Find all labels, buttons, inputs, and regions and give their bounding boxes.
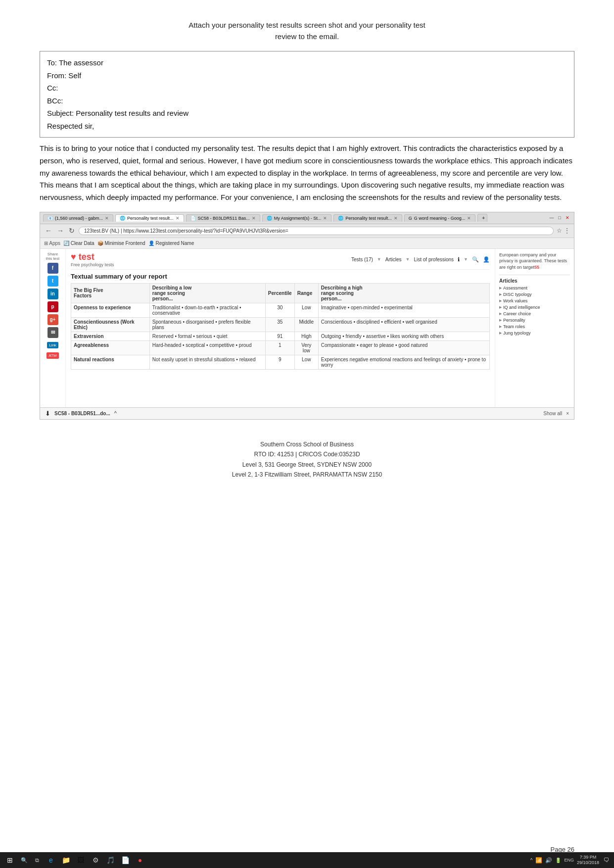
address-icons: ☆ ⋮	[557, 227, 570, 234]
table-row: Extraversion Reserved • formal • serious…	[71, 332, 490, 340]
clock-time: 7:39 PM	[580, 855, 597, 860]
article-assessment[interactable]: Assessment	[499, 286, 570, 290]
cell-high-desc: Conscientious • disciplined • efficient …	[318, 317, 489, 332]
tab-myassignment[interactable]: 🌐 My Assignment(s) - St... ✕	[262, 214, 332, 222]
intro-line2: review to the email.	[275, 32, 339, 41]
settings-icon[interactable]: ⋮	[564, 227, 570, 234]
table-row: Openness to experience Traditionalist • …	[71, 303, 490, 317]
taskbar-settings-icon[interactable]: ⚙	[89, 854, 102, 867]
tab-sc58[interactable]: 📄 SC58 - B03LDR511 Bas... ✕	[186, 214, 260, 222]
network-icon[interactable]: 📶	[535, 857, 542, 864]
table-row: Agreeableness Hard-headed • sceptical • …	[71, 340, 490, 355]
taskbar-clock[interactable]: 7:39 PM 29/10/2018	[577, 855, 599, 866]
cleardata-bookmark[interactable]: 🔄 Clear Data	[63, 241, 94, 246]
taskbar-explorer-icon[interactable]: 📁	[59, 854, 72, 867]
forward-button[interactable]: →	[56, 227, 65, 235]
tab-newtab[interactable]: +	[477, 214, 487, 222]
download-close-button[interactable]: ×	[566, 411, 569, 416]
tab-google-text: G word meaning - Goog...	[414, 216, 466, 221]
article-iq[interactable]: IQ and intelligence	[499, 305, 570, 310]
article-career[interactable]: Career choice	[499, 311, 570, 316]
taskbar-edge-icon[interactable]: e	[45, 854, 57, 867]
cell-low-desc: Traditionalist • down-to-earth • practic…	[149, 303, 265, 317]
search-icon[interactable]: 🔍	[472, 256, 479, 263]
cell-range: Low	[294, 355, 318, 369]
taskbar-chevron-icon[interactable]: ^	[530, 858, 533, 863]
minimize-button[interactable]: —	[548, 214, 555, 221]
taskbar-search-button[interactable]: 🔍	[19, 855, 30, 866]
cell-high-desc: Experiences negative emotional reactions…	[318, 355, 489, 369]
info-icon[interactable]: ℹ	[458, 256, 460, 263]
linkedin-share-button[interactable]: in	[47, 289, 58, 299]
taskbar-right: ^ 📶 🔊 🔋 ENG 7:39 PM 29/10/2018 🗨	[530, 855, 611, 866]
article-disc[interactable]: DISC typology	[499, 292, 570, 297]
cell-range: Low	[294, 303, 318, 317]
back-button[interactable]: ←	[44, 227, 53, 235]
task-view-button[interactable]: ⧉	[32, 855, 43, 866]
taskbar-doc-icon[interactable]: 📄	[119, 854, 132, 867]
taskbar-media-icon[interactable]: 🎵	[104, 854, 117, 867]
googleplus-share-button[interactable]: g+	[47, 314, 58, 325]
refresh-button[interactable]: ↻	[68, 227, 76, 235]
article-jung[interactable]: Jung typology	[499, 331, 570, 336]
show-all-button[interactable]: Show all	[543, 411, 562, 416]
nav-tests[interactable]: Tests (17)	[351, 257, 373, 262]
article-work-values[interactable]: Work values	[499, 298, 570, 303]
apps-bookmark[interactable]: ⊞ Apps	[44, 241, 60, 246]
tab-personality2-text: Personality test result...	[345, 216, 392, 221]
download-chevron[interactable]: ^	[114, 410, 117, 416]
intro-line1: Attach your personality test results scr…	[189, 21, 425, 29]
footer-line2: RTO ID: 41253 | CRICOS Code:03523D	[40, 449, 574, 459]
share-label: Sharethis test	[46, 252, 60, 261]
cell-percentile: 35	[265, 317, 294, 332]
article-personality[interactable]: Personality	[499, 318, 570, 323]
bookmark-icon[interactable]: ☆	[557, 227, 562, 234]
cell-high-desc: Compassionate • eager to please • good n…	[318, 340, 489, 355]
battery-icon[interactable]: 🔋	[555, 858, 561, 863]
start-button[interactable]: ⊞	[3, 854, 17, 866]
download-filename: SC58 - B03LDR51...do...	[54, 411, 110, 416]
cell-percentile: 1	[265, 340, 294, 355]
tab-personality2[interactable]: 🌐 Personality test result... ✕	[333, 214, 402, 222]
browser-download-bar: ⬇ SC58 - B03LDR51...do... ^ Show all ×	[40, 407, 574, 419]
cell-factor: Agreeableness	[71, 340, 150, 355]
minimise-bookmark[interactable]: 📦 Minimise Frontend	[97, 241, 145, 246]
cell-low-desc: Reserved • formal • serious • quiet	[149, 332, 265, 340]
tab-gmail[interactable]: 📧 (1,560 unread) - gabm... ✕	[43, 214, 113, 222]
user-icon[interactable]: 👤	[483, 256, 490, 263]
tab-myassignment-icon: 🌐	[267, 216, 272, 221]
tab-google[interactable]: G G word meaning - Goog... ✕	[404, 214, 476, 222]
cell-low-desc: Hard-headed • sceptical • competitive • …	[149, 340, 265, 355]
article-team[interactable]: Team roles	[499, 324, 570, 329]
facebook-share-button[interactable]: f	[47, 263, 58, 274]
taskbar-dot-icon[interactable]: ●	[134, 854, 146, 867]
tab-gmail-close[interactable]: ✕	[105, 216, 109, 221]
tab-personality2-close[interactable]: ✕	[394, 216, 398, 221]
test-main: ♥ test Free psychology tests Tests (17) …	[66, 249, 495, 407]
tab-sc58-close[interactable]: ✕	[252, 216, 256, 221]
atm-share-button[interactable]: ATM	[47, 352, 58, 359]
close-button[interactable]: ✕	[564, 214, 571, 221]
tab-myassignment-close[interactable]: ✕	[323, 216, 327, 221]
twitter-share-button[interactable]: t	[47, 276, 58, 287]
volume-icon[interactable]: 🔊	[545, 857, 552, 864]
taskbar-paint-icon[interactable]: 🖼	[74, 854, 87, 867]
address-input[interactable]: 123test.BV (NL) | https://www.123test.co…	[79, 227, 554, 235]
restore-button[interactable]: □	[556, 214, 563, 221]
col-high: Describing a highrange scoringperson...	[318, 283, 489, 303]
clock-date: 29/10/2018	[577, 860, 599, 866]
notification-button[interactable]: 🗨	[602, 856, 611, 865]
email-to: To: The assessor	[47, 56, 567, 69]
pinterest-share-button[interactable]: p	[47, 301, 58, 312]
email-share-button[interactable]: ✉	[47, 327, 58, 338]
tab-personality2-icon: 🌐	[338, 216, 343, 221]
nav-professions[interactable]: List of professions	[414, 257, 454, 262]
link-share-button[interactable]: Link	[47, 342, 58, 348]
test-sidebar: Sharethis test f t in p g+ ✉ Link ATM	[40, 249, 66, 407]
cell-high-desc: Imaginative • open-minded • experimental	[318, 303, 489, 317]
nav-articles[interactable]: Articles	[385, 257, 402, 262]
tab-google-close[interactable]: ✕	[467, 216, 471, 221]
tab-personality-close[interactable]: ✕	[176, 216, 180, 221]
tab-personality-active[interactable]: 🌐 Personality test result... ✕	[115, 214, 184, 222]
registered-bookmark[interactable]: 👤 Registered Name	[148, 241, 194, 246]
